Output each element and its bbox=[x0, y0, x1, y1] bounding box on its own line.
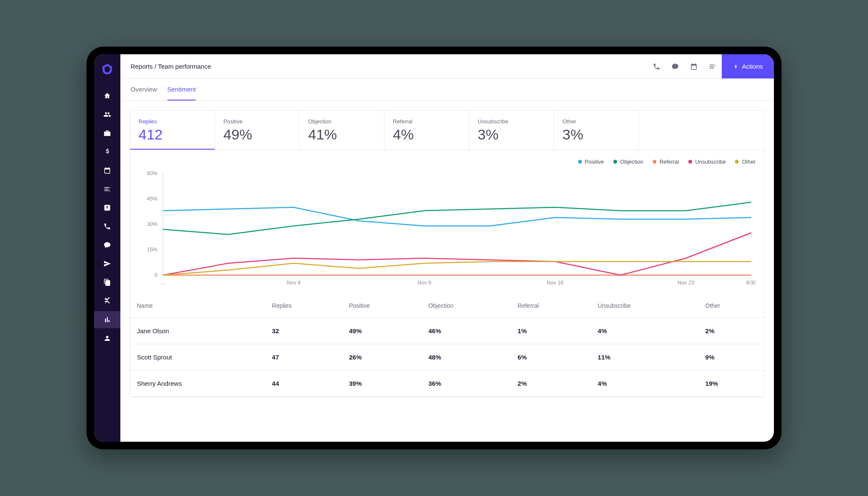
dollar-icon[interactable] bbox=[94, 143, 120, 160]
tab-sentiment[interactable]: Sentiment bbox=[167, 79, 196, 100]
metric-positive[interactable]: Positive49% bbox=[215, 111, 300, 150]
app-screen: Reports / Team performance Actions Overv… bbox=[94, 54, 774, 442]
metric-label: Other bbox=[562, 118, 630, 125]
tablet-frame: Reports / Team performance Actions Overv… bbox=[86, 47, 782, 449]
tasks-icon[interactable] bbox=[703, 54, 722, 78]
legend-item-unsubscribe: Unsubscribe bbox=[688, 159, 726, 165]
cell-objection: 48% bbox=[422, 344, 511, 371]
tab-overview[interactable]: Overview bbox=[131, 79, 157, 100]
svg-text:30%: 30% bbox=[147, 221, 158, 227]
briefcase-icon[interactable] bbox=[94, 125, 120, 142]
cell-positive: 39% bbox=[342, 371, 421, 397]
sidebar bbox=[94, 54, 120, 442]
table-row[interactable]: Jane Olson3249%46%1%4%2% bbox=[130, 318, 764, 344]
svg-text:Nov 4: Nov 4 bbox=[287, 280, 300, 286]
legend-dot bbox=[613, 160, 617, 164]
legend-dot bbox=[735, 160, 739, 164]
profile-icon[interactable] bbox=[94, 330, 120, 347]
table-body: Jane Olson3249%46%1%4%2%Scott Sprout4726… bbox=[130, 318, 764, 397]
topbar-actions: Actions bbox=[647, 54, 774, 78]
cell-objection: 46% bbox=[422, 318, 511, 344]
metric-label: Positive bbox=[223, 118, 291, 125]
legend-label: Positive bbox=[585, 159, 604, 165]
actions-label: Actions bbox=[742, 63, 763, 70]
metric-other[interactable]: Other3% bbox=[554, 111, 639, 150]
metric-unsubscribe[interactable]: Unsubscribe3% bbox=[469, 111, 554, 150]
legend-label: Unsubscribe bbox=[695, 159, 726, 165]
copy-icon[interactable] bbox=[94, 274, 120, 291]
content-area: Replies412Positive49%Objection41%Referra… bbox=[120, 101, 774, 442]
legend-item-referral: Referral bbox=[653, 159, 679, 165]
cell-name: Jane Olson bbox=[130, 318, 265, 344]
metric-replies[interactable]: Replies412 bbox=[130, 111, 215, 150]
cell-positive: 49% bbox=[342, 318, 421, 344]
metric-objection[interactable]: Objection41% bbox=[300, 111, 384, 150]
reports-icon[interactable] bbox=[94, 311, 120, 328]
legend-dot bbox=[578, 160, 582, 164]
sentiment-card: Replies412Positive49%Objection41%Referra… bbox=[130, 110, 765, 397]
chat-icon[interactable] bbox=[666, 54, 684, 78]
cell-other: 19% bbox=[698, 371, 764, 397]
column-positive: Positive bbox=[342, 294, 421, 318]
table-row[interactable]: Scott Sprout4726%48%6%11%9% bbox=[130, 344, 764, 371]
legend-label: Referral bbox=[659, 159, 679, 165]
metric-referral[interactable]: Referral4% bbox=[384, 111, 469, 150]
table-row[interactable]: Sherry Andrews4439%36%2%4%19% bbox=[130, 371, 764, 397]
metrics-row: Replies412Positive49%Objection41%Referra… bbox=[130, 111, 764, 150]
svg-text:45%: 45% bbox=[147, 196, 158, 202]
chat-icon[interactable] bbox=[94, 237, 120, 254]
cell-unsubscribe: 4% bbox=[591, 371, 698, 397]
svg-text:60%: 60% bbox=[147, 170, 158, 176]
metric-value: 41% bbox=[308, 126, 376, 143]
cell-objection: 36% bbox=[422, 371, 511, 397]
svg-text:Nov 23: Nov 23 bbox=[678, 280, 695, 286]
send-icon[interactable] bbox=[94, 255, 120, 272]
team-table: NameRepliesPositiveObjectionReferralUnsu… bbox=[130, 294, 764, 397]
cell-referral: 1% bbox=[511, 318, 591, 344]
scissors-icon[interactable] bbox=[94, 293, 120, 309]
metric-label: Referral bbox=[393, 118, 460, 125]
tasks-icon[interactable] bbox=[94, 181, 120, 198]
chart-line-objection bbox=[163, 202, 751, 234]
metric-label: Replies bbox=[139, 118, 206, 125]
home-icon[interactable] bbox=[94, 87, 120, 104]
cell-name: Scott Sprout bbox=[130, 344, 265, 371]
phone-icon[interactable] bbox=[94, 218, 120, 235]
chart-area: PositiveObjectionReferralUnsubscribeOthe… bbox=[130, 150, 764, 294]
cell-positive: 26% bbox=[342, 344, 421, 371]
table-header-row: NameRepliesPositiveObjectionReferralUnsu… bbox=[130, 294, 764, 318]
calendar-icon[interactable] bbox=[684, 54, 703, 78]
cell-referral: 6% bbox=[511, 344, 591, 371]
lightning-icon bbox=[733, 64, 739, 70]
column-unsubscribe: Unsubscribe bbox=[591, 294, 698, 318]
chart-legend: PositiveObjectionReferralUnsubscribeOthe… bbox=[139, 159, 756, 165]
column-other: Other bbox=[698, 294, 764, 318]
topbar: Reports / Team performance Actions bbox=[120, 54, 774, 79]
legend-item-other: Other bbox=[735, 159, 756, 165]
cell-unsubscribe: 4% bbox=[591, 318, 698, 344]
metric-label: Unsubscribe bbox=[478, 118, 545, 125]
svg-text:Nov 9: Nov 9 bbox=[417, 280, 431, 286]
app-logo[interactable] bbox=[100, 62, 114, 76]
metric-value: 4% bbox=[393, 126, 460, 143]
legend-label: Other bbox=[742, 159, 756, 165]
cell-other: 2% bbox=[698, 318, 764, 344]
column-name: Name bbox=[130, 294, 265, 318]
legend-dot bbox=[688, 160, 692, 164]
actions-button[interactable]: Actions bbox=[722, 54, 774, 78]
cell-replies: 47 bbox=[265, 344, 342, 371]
svg-text:0: 0 bbox=[155, 272, 158, 278]
legend-label: Objection bbox=[620, 159, 643, 165]
phone-icon[interactable] bbox=[647, 54, 666, 78]
people-icon[interactable] bbox=[94, 106, 120, 123]
metric-value: 3% bbox=[562, 126, 630, 143]
chart-line-unsubscribe bbox=[163, 233, 751, 275]
metric-value: 49% bbox=[223, 126, 291, 143]
svg-text:Nov 16: Nov 16 bbox=[547, 280, 564, 286]
cell-replies: 44 bbox=[265, 371, 342, 397]
cell-other: 9% bbox=[698, 344, 764, 371]
calendar-icon[interactable] bbox=[94, 162, 120, 179]
inbox-icon[interactable] bbox=[94, 199, 120, 216]
legend-dot bbox=[653, 160, 657, 164]
metric-value: 412 bbox=[139, 126, 206, 143]
